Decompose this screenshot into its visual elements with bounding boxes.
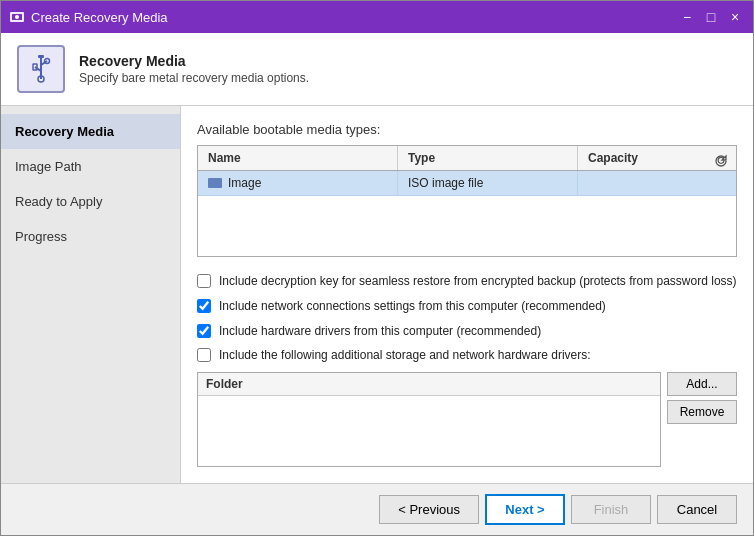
checkbox-decryption[interactable]: [197, 274, 211, 288]
add-button[interactable]: Add...: [667, 372, 737, 396]
media-table: Name Type Capacity Image ISO image file: [197, 145, 737, 257]
disk-icon: [208, 178, 222, 188]
refresh-button[interactable]: [710, 150, 732, 172]
checkbox-storage[interactable]: [197, 348, 211, 362]
maximize-button[interactable]: □: [701, 7, 721, 27]
checkbox-network-label: Include network connections settings fro…: [219, 298, 606, 315]
content-area: Recovery Media Image Path Ready to Apply…: [1, 106, 753, 483]
folder-section: Folder Add... Remove: [197, 372, 737, 467]
title-bar: Create Recovery Media − □ ×: [1, 1, 753, 33]
table-row[interactable]: Image ISO image file: [198, 171, 736, 196]
checkbox-storage-label: Include the following additional storage…: [219, 347, 591, 364]
table-body: Image ISO image file: [198, 171, 736, 256]
checkbox-network[interactable]: [197, 299, 211, 313]
cell-capacity: [578, 178, 736, 188]
sidebar-item-image-path[interactable]: Image Path: [1, 149, 180, 184]
checkbox-storage-row: Include the following additional storage…: [197, 347, 737, 364]
main-content: Available bootable media types: Name Typ…: [181, 106, 753, 483]
folder-table-header: Folder: [198, 373, 660, 396]
cancel-button[interactable]: Cancel: [657, 495, 737, 524]
checkbox-hardware[interactable]: [197, 324, 211, 338]
checkbox-hardware-row: Include hardware drivers from this compu…: [197, 323, 737, 340]
usb-icon: [17, 45, 65, 93]
sidebar-item-ready-to-apply[interactable]: Ready to Apply: [1, 184, 180, 219]
footer: < Previous Next > Finish Cancel: [1, 483, 753, 535]
main-window: Create Recovery Media − □ ×: [0, 0, 754, 536]
header-title: Recovery Media: [79, 53, 309, 69]
svg-rect-3: [38, 55, 44, 58]
cell-name: Image: [198, 171, 398, 195]
svg-point-2: [15, 15, 19, 19]
minimize-button[interactable]: −: [677, 7, 697, 27]
col-header-name: Name: [198, 146, 398, 170]
cell-type: ISO image file: [398, 171, 578, 195]
header-area: Recovery Media Specify bare metal recove…: [1, 33, 753, 106]
checkbox-network-row: Include network connections settings fro…: [197, 298, 737, 315]
finish-button[interactable]: Finish: [571, 495, 651, 524]
remove-button[interactable]: Remove: [667, 400, 737, 424]
sidebar: Recovery Media Image Path Ready to Apply…: [1, 106, 181, 483]
sidebar-item-progress[interactable]: Progress: [1, 219, 180, 254]
folder-buttons: Add... Remove: [667, 372, 737, 467]
window-controls: − □ ×: [677, 7, 745, 27]
window-icon: [9, 9, 25, 25]
close-button[interactable]: ×: [725, 7, 745, 27]
checkbox-hardware-label: Include hardware drivers from this compu…: [219, 323, 541, 340]
checkbox-decryption-label: Include decryption key for seamless rest…: [219, 273, 737, 290]
header-text: Recovery Media Specify bare metal recove…: [79, 53, 309, 85]
folder-table: Folder: [197, 372, 661, 467]
header-icon: [17, 45, 65, 93]
window-title: Create Recovery Media: [31, 10, 677, 25]
header-subtitle: Specify bare metal recovery media option…: [79, 71, 309, 85]
media-types-label: Available bootable media types:: [197, 122, 737, 137]
empty-rows: [198, 196, 736, 256]
sidebar-item-recovery-media[interactable]: Recovery Media: [1, 114, 180, 149]
next-button[interactable]: Next >: [485, 494, 565, 525]
table-header: Name Type Capacity: [198, 146, 736, 171]
folder-table-body: [198, 396, 660, 466]
previous-button[interactable]: < Previous: [379, 495, 479, 524]
col-header-type: Type: [398, 146, 578, 170]
checkbox-decryption-row: Include decryption key for seamless rest…: [197, 273, 737, 290]
